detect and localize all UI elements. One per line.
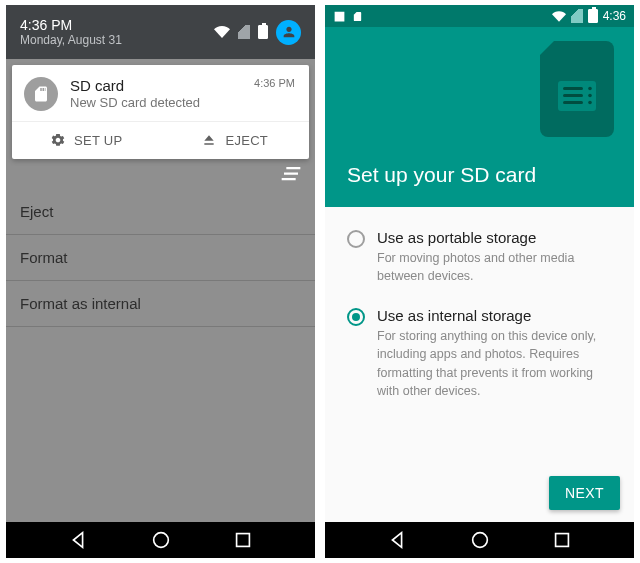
sd-card-notification[interactable]: SD card New SD card detected 4:36 PM SET… bbox=[12, 65, 309, 159]
home-button[interactable] bbox=[469, 529, 491, 551]
notification-time: 4:36 PM bbox=[254, 77, 295, 89]
date-label: Monday, August 31 bbox=[20, 33, 214, 47]
wifi-icon bbox=[214, 26, 230, 38]
sd-card-illustration bbox=[540, 41, 614, 137]
wifi-icon bbox=[552, 11, 566, 22]
radio-portable[interactable] bbox=[347, 230, 365, 248]
storage-options: Use as portable storage For moving photo… bbox=[325, 207, 634, 476]
menu-eject[interactable]: Eject bbox=[6, 189, 315, 235]
notification-title: SD card bbox=[70, 77, 242, 94]
sd-card-icon bbox=[24, 77, 58, 111]
svg-point-7 bbox=[588, 94, 592, 98]
option-portable-text: Use as portable storage For moving photo… bbox=[377, 229, 608, 285]
notification-text: SD card New SD card detected bbox=[70, 77, 242, 110]
home-button[interactable] bbox=[150, 529, 172, 551]
clear-all-row[interactable] bbox=[6, 159, 315, 189]
footer: NEXT bbox=[325, 476, 634, 522]
setup-button[interactable]: SET UP bbox=[12, 122, 161, 159]
notification-actions: SET UP EJECT bbox=[12, 121, 309, 159]
navigation-bar bbox=[325, 522, 634, 558]
svg-rect-5 bbox=[563, 101, 583, 104]
status-time: 4:36 bbox=[603, 9, 626, 23]
internal-desc: For storing anything on this device only… bbox=[377, 327, 608, 400]
svg-point-9 bbox=[472, 533, 487, 548]
sim-icon bbox=[571, 9, 583, 23]
page-title: Set up your SD card bbox=[347, 163, 536, 187]
left-content: 4:36 PM Monday, August 31 SD card New S bbox=[6, 5, 315, 522]
next-button[interactable]: NEXT bbox=[549, 476, 620, 510]
svg-rect-10 bbox=[556, 534, 569, 547]
svg-rect-4 bbox=[563, 94, 583, 97]
navigation-bar bbox=[6, 522, 315, 558]
quick-settings-header: 4:36 PM Monday, August 31 bbox=[6, 5, 315, 59]
options-menu: Eject Format Format as internal bbox=[6, 189, 315, 327]
sim-icon bbox=[238, 25, 250, 39]
overview-button[interactable] bbox=[232, 529, 254, 551]
svg-point-0 bbox=[153, 533, 168, 548]
battery-icon bbox=[588, 9, 598, 23]
hero-section: Set up your SD card bbox=[325, 27, 634, 207]
eject-icon bbox=[201, 132, 217, 148]
notification-body: SD card New SD card detected 4:36 PM bbox=[12, 65, 309, 121]
eject-label: EJECT bbox=[225, 133, 268, 148]
battery-icon bbox=[258, 25, 268, 39]
option-internal-text: Use as internal storage For storing anyt… bbox=[377, 307, 608, 400]
menu-format-internal[interactable]: Format as internal bbox=[6, 281, 315, 327]
radio-internal[interactable] bbox=[347, 308, 365, 326]
portable-title: Use as portable storage bbox=[377, 229, 608, 246]
internal-title: Use as internal storage bbox=[377, 307, 608, 324]
back-button[interactable] bbox=[67, 529, 89, 551]
gear-icon bbox=[50, 132, 66, 148]
clear-all-icon bbox=[281, 167, 301, 181]
status-left bbox=[333, 10, 363, 23]
status-bar: 4:36 bbox=[325, 5, 634, 27]
eject-button[interactable]: EJECT bbox=[161, 122, 310, 159]
user-avatar[interactable] bbox=[276, 20, 301, 45]
menu-format[interactable]: Format bbox=[6, 235, 315, 281]
overview-button[interactable] bbox=[551, 529, 573, 551]
back-button[interactable] bbox=[386, 529, 408, 551]
sd-icon bbox=[352, 10, 363, 23]
notification-subtitle: New SD card detected bbox=[70, 95, 242, 110]
svg-point-6 bbox=[588, 87, 592, 91]
right-content: 4:36 Set up your SD card Use as portable… bbox=[325, 5, 634, 522]
setup-label: SET UP bbox=[74, 133, 123, 148]
phone-right: 4:36 Set up your SD card Use as portable… bbox=[325, 5, 634, 558]
image-icon bbox=[333, 10, 346, 23]
portable-desc: For moving photos and other media betwee… bbox=[377, 249, 608, 285]
status-right: 4:36 bbox=[552, 9, 626, 23]
phone-left: 4:36 PM Monday, August 31 SD card New S bbox=[6, 5, 315, 558]
status-icons bbox=[214, 20, 301, 45]
option-internal[interactable]: Use as internal storage For storing anyt… bbox=[347, 307, 608, 400]
option-portable[interactable]: Use as portable storage For moving photo… bbox=[347, 229, 608, 285]
svg-point-8 bbox=[588, 101, 592, 105]
svg-rect-3 bbox=[563, 87, 583, 90]
svg-rect-1 bbox=[237, 534, 250, 547]
time-label: 4:36 PM bbox=[20, 17, 214, 34]
datetime-block: 4:36 PM Monday, August 31 bbox=[20, 17, 214, 48]
